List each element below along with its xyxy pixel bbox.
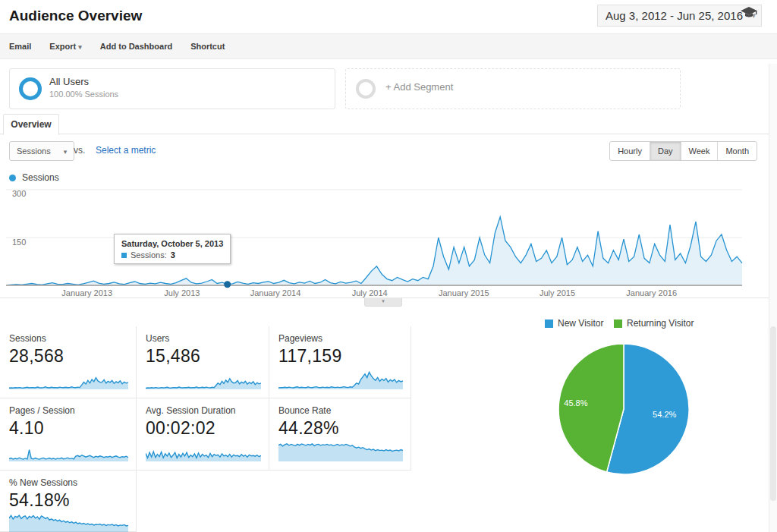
- action-toolbar: Email Export ▾ Add to Dashboard Shortcut: [0, 33, 777, 59]
- granularity-month-button[interactable]: Month: [717, 142, 757, 160]
- returning-visitor-swatch-icon: [614, 320, 622, 328]
- add-segment-button[interactable]: + Add Segment: [345, 68, 681, 109]
- metric-card[interactable]: Bounce Rate44.28%: [269, 398, 411, 471]
- svg-text:45.8%: 45.8%: [564, 398, 587, 408]
- metric-card[interactable]: Pageviews117,159: [269, 326, 411, 398]
- metric-card[interactable]: Pages / Session4.10: [0, 398, 137, 471]
- metric-card[interactable]: Sessions28,568: [0, 326, 137, 398]
- add-segment-label: + Add Segment: [385, 81, 453, 93]
- metric-value: 15,486: [146, 346, 261, 367]
- granularity-day-button[interactable]: Day: [650, 142, 681, 160]
- chart-collapse-handle[interactable]: ▾: [364, 297, 402, 307]
- metric-label: % New Sessions: [9, 477, 128, 488]
- date-range-picker[interactable]: Aug 3, 2012 - Jun 25, 2016 ▾: [597, 5, 762, 27]
- granularity-button-group: Hourly Day Week Month: [609, 141, 757, 161]
- tooltip-series-swatch-icon: [121, 253, 127, 258]
- metrics-grid: Sessions28,568Users15,486Pageviews117,15…: [0, 326, 412, 532]
- returning-visitor-label: Returning Visitor: [627, 318, 694, 329]
- x-axis-tick-label: January 2013: [61, 288, 112, 297]
- x-axis-tick-label: January 2015: [439, 288, 489, 297]
- visitor-type-pie-chart[interactable]: 54.2%45.8%: [555, 341, 692, 477]
- tab-divider: [0, 134, 769, 134]
- chart-legend: Sessions: [9, 172, 59, 183]
- scrollbar-thumb[interactable]: [770, 326, 776, 501]
- granularity-hourly-button[interactable]: Hourly: [610, 142, 650, 160]
- metric-value: 00:02:02: [146, 418, 261, 439]
- audience-overview-page: Audience Overview Aug 3, 2012 - Jun 25, …: [0, 0, 777, 532]
- metric-sparkline: [146, 441, 261, 462]
- metric-value: 117,159: [278, 346, 403, 367]
- chart-tooltip: Saturday, October 5, 2013 Sessions: 3: [114, 234, 231, 264]
- tooltip-series-label: Sessions:: [131, 250, 167, 260]
- granularity-week-button[interactable]: Week: [681, 142, 718, 160]
- metric-label: Sessions: [9, 333, 128, 344]
- x-axis-tick-label: July 2015: [539, 288, 575, 297]
- svg-text:54.2%: 54.2%: [653, 410, 676, 419]
- vs-label: vs.: [74, 145, 85, 156]
- metric-card[interactable]: Users15,486: [137, 326, 269, 398]
- x-axis-tick-label: January 2016: [626, 288, 677, 297]
- metric-selector-dropdown[interactable]: Sessions ▾: [9, 141, 74, 161]
- new-visitor-swatch-icon: [545, 320, 553, 328]
- segment-subtitle: 100.00% Sessions: [49, 90, 118, 99]
- export-button[interactable]: Export ▾: [49, 42, 81, 51]
- metric-value: 28,568: [9, 346, 128, 367]
- metric-label: Pageviews: [278, 333, 403, 344]
- segment-donut-icon: [19, 77, 42, 100]
- metric-label: Users: [146, 333, 261, 344]
- tooltip-value: 3: [171, 250, 175, 260]
- metric-value: 44.28%: [278, 418, 403, 439]
- tooltip-date: Saturday, October 5, 2013: [121, 239, 223, 248]
- date-range-value: Aug 3, 2012 - Jun 25, 2016: [606, 9, 743, 22]
- metric-label: Bounce Rate: [278, 405, 403, 416]
- select-a-metric-link[interactable]: Select a metric: [96, 145, 156, 156]
- metric-sparkline: [9, 513, 128, 532]
- metric-sparkline: [9, 441, 128, 462]
- x-axis-tick-label: January 2014: [250, 288, 301, 297]
- graduation-cap-icon[interactable]: [741, 7, 757, 22]
- email-button[interactable]: Email: [9, 42, 31, 51]
- chevron-down-icon: ▾: [78, 43, 82, 51]
- empty-donut-icon: [356, 79, 376, 99]
- sessions-legend-dot-icon: [9, 175, 16, 181]
- metric-value: 54.18%: [9, 490, 128, 511]
- metric-sparkline: [278, 369, 403, 390]
- sessions-legend-label: Sessions: [22, 172, 59, 183]
- x-axis-tick-label: July 2013: [164, 288, 200, 297]
- segment-title: All Users: [49, 76, 89, 87]
- metric-value: 4.10: [9, 418, 128, 439]
- tab-overview[interactable]: Overview: [3, 114, 59, 135]
- metric-label: Avg. Session Duration: [146, 405, 261, 416]
- pie-legend-new-visitor: New Visitor: [545, 318, 603, 329]
- metric-sparkline: [278, 441, 403, 462]
- metric-card[interactable]: Avg. Session Duration00:02:02: [137, 398, 269, 471]
- segment-all-users[interactable]: All Users 100.00% Sessions: [9, 68, 335, 109]
- new-visitor-label: New Visitor: [558, 318, 603, 329]
- page-title: Audience Overview: [9, 8, 142, 24]
- chevron-down-icon: ▾: [64, 148, 68, 156]
- x-axis-tick-label: July 2014: [352, 288, 388, 297]
- shortcut-button[interactable]: Shortcut: [190, 42, 225, 51]
- metric-sparkline: [146, 369, 261, 390]
- metric-card[interactable]: % New Sessions54.18%: [0, 471, 137, 532]
- pie-legend-returning-visitor: Returning Visitor: [614, 318, 694, 329]
- add-to-dashboard-button[interactable]: Add to Dashboard: [100, 42, 172, 51]
- metric-sparkline: [9, 369, 128, 390]
- metric-label: Pages / Session: [9, 405, 128, 416]
